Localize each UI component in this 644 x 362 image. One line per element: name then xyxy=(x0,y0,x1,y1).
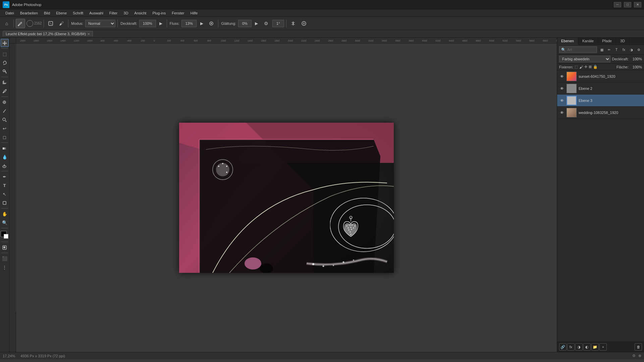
svg-point-105 xyxy=(216,163,229,176)
lock-paint-icon[interactable]: 🖌 xyxy=(579,65,583,69)
tool-shape[interactable] xyxy=(1,199,9,207)
airbrush-button[interactable] xyxy=(207,19,216,28)
glattung-arrow[interactable]: ▶ xyxy=(253,20,260,27)
tool-quick-mask[interactable] xyxy=(1,243,9,251)
tool-separator-8 xyxy=(1,242,8,242)
menu-schrift[interactable]: Schrift xyxy=(70,10,86,16)
toggle-brush-button[interactable]: 🖌 xyxy=(57,19,66,28)
menu-bild[interactable]: Bild xyxy=(41,10,53,16)
lock-position-icon[interactable]: ✛ xyxy=(584,65,587,69)
tool-blur[interactable]: 💧 xyxy=(1,153,9,161)
symmetry-button[interactable] xyxy=(288,19,298,28)
layer-group-button[interactable]: 📁 xyxy=(591,343,599,351)
layer-delete-button[interactable]: 🗑 xyxy=(635,343,642,351)
tool-text[interactable]: T xyxy=(1,181,9,189)
layer-text-icon[interactable]: T xyxy=(613,46,620,53)
canvas-container[interactable] xyxy=(16,44,557,352)
menu-bearbeiten[interactable]: Bearbeiten xyxy=(17,10,41,16)
layer-smart-icon[interactable]: ⚙ xyxy=(635,46,642,53)
deckkraft-input[interactable] xyxy=(139,20,156,27)
layer-visibility-sunset[interactable]: 👁 xyxy=(559,74,565,79)
tab-kanale[interactable]: Kanäle xyxy=(578,38,598,45)
menu-ebene[interactable]: Ebene xyxy=(53,10,69,16)
layer-blend-mode-select[interactable]: Farbig abwedeln Normal Multiplizieren Au… xyxy=(559,56,610,62)
layer-new-button[interactable]: + xyxy=(599,343,607,351)
tool-brush[interactable] xyxy=(1,107,9,115)
settings-button[interactable]: ⚙ xyxy=(262,19,271,28)
tool-select-rect[interactable]: ⬚ xyxy=(1,50,9,58)
lock-all-icon[interactable]: 🔒 xyxy=(593,65,598,69)
tool-lasso[interactable] xyxy=(1,59,9,67)
tool-zoom[interactable]: 🔍 xyxy=(1,219,9,227)
menu-plugins[interactable]: Plug-ins xyxy=(150,10,168,16)
titlebar-controls[interactable]: ─ □ ✕ xyxy=(614,2,641,7)
tool-clone[interactable] xyxy=(1,116,9,124)
fluss-input[interactable] xyxy=(181,20,197,27)
layer-effect-icon[interactable]: fx xyxy=(621,46,627,53)
mode-select[interactable]: Normal Multiplizieren Aufhellen xyxy=(85,20,115,27)
menu-filter[interactable]: Filter xyxy=(107,10,120,16)
tool-path-select[interactable]: ↖ xyxy=(1,190,9,198)
maximize-button[interactable]: □ xyxy=(624,2,631,7)
menu-datei[interactable]: Datei xyxy=(3,10,17,16)
tool-screen-mode[interactable]: ⬛ xyxy=(1,254,9,262)
tool-dodge[interactable] xyxy=(1,162,9,170)
status-zoom-btn[interactable]: ⊕ xyxy=(638,354,641,358)
brush-tool-button[interactable] xyxy=(16,19,25,28)
angle-input[interactable] xyxy=(272,20,284,27)
minimize-button[interactable]: ─ xyxy=(614,2,621,7)
tab-ebenen[interactable]: Ebenen xyxy=(557,38,578,45)
layer-visibility-wedding[interactable]: 👁 xyxy=(559,110,565,115)
home-button[interactable]: ⌂ xyxy=(2,19,11,28)
foreground-color[interactable] xyxy=(1,231,7,237)
tool-magic-wand[interactable] xyxy=(1,67,9,75)
deckkraft-arrow[interactable]: ▶ xyxy=(157,20,165,27)
layer-adjustment-button[interactable]: ◐ xyxy=(583,343,591,351)
close-button[interactable]: ✕ xyxy=(634,2,641,7)
tool-pen[interactable]: ✒ xyxy=(1,173,9,181)
svg-text:2200: 2200 xyxy=(301,40,307,42)
layer-mask-button[interactable]: ◑ xyxy=(575,343,583,351)
glattung-input[interactable] xyxy=(238,20,252,27)
layer-visibility-ebene3[interactable]: 👁 xyxy=(559,98,565,103)
layer-visibility-ebene2[interactable]: 👁 xyxy=(559,86,565,91)
document-tab-close[interactable]: ✕ xyxy=(87,32,90,36)
color-swatches[interactable] xyxy=(1,231,9,239)
layer-edit-icon[interactable]: ✏ xyxy=(606,46,612,53)
menu-fenster[interactable]: Fenster xyxy=(169,10,187,16)
menu-hilfe[interactable]: Hilfe xyxy=(187,10,200,16)
menu-ansicht[interactable]: Ansicht xyxy=(131,10,149,16)
menu-3d[interactable]: 3D xyxy=(121,10,131,16)
tab-3d[interactable]: 3D xyxy=(616,38,629,45)
document-tab[interactable]: Leucht Effekt.psdc bei 17,2% (Ebene 3, R… xyxy=(3,31,93,37)
background-color[interactable] xyxy=(4,234,8,239)
layer-fx-button[interactable]: fx xyxy=(567,343,575,351)
menu-auswahl[interactable]: Auswahl xyxy=(87,10,106,16)
tool-move[interactable] xyxy=(1,39,9,47)
tool-eyedropper[interactable] xyxy=(1,87,9,95)
layer-name-ebene2: Ebene 2 xyxy=(579,86,642,90)
tool-hand[interactable]: ✋ xyxy=(1,210,9,218)
tool-extra[interactable]: ⋮ xyxy=(1,263,9,271)
layer-mask-icon[interactable]: ◑ xyxy=(628,46,635,53)
brush-preset-button[interactable] xyxy=(46,19,55,28)
tool-gradient[interactable] xyxy=(1,144,9,152)
canvas-image[interactable] xyxy=(179,123,394,273)
extra-button[interactable] xyxy=(299,19,309,28)
tool-heal[interactable] xyxy=(1,98,9,106)
layer-item-ebene2[interactable]: 👁 Ebene 2 xyxy=(557,82,644,95)
layer-search-bar[interactable]: 🔍 Art xyxy=(559,46,597,53)
layer-item-wedding[interactable]: 👁 wedding-1083258_1920 xyxy=(557,107,644,119)
layer-item-sunset[interactable]: 👁 sunset-6041750_1920 xyxy=(557,70,644,82)
layer-link-button[interactable]: 🔗 xyxy=(559,343,567,351)
tab-pfade[interactable]: Pfade xyxy=(598,38,616,45)
layer-type-filter[interactable]: ▦ xyxy=(598,46,605,53)
lock-artboard-icon[interactable]: ⊞ xyxy=(589,65,592,69)
layer-item-ebene3[interactable]: 👁 Ebene 3 xyxy=(557,95,644,107)
tool-history-brush[interactable]: ↩ xyxy=(1,124,9,132)
tool-eraser[interactable]: ◻ xyxy=(1,133,9,141)
fluss-arrow[interactable]: ▶ xyxy=(198,20,205,27)
tool-crop[interactable] xyxy=(1,78,9,86)
status-settings-btn[interactable]: ⚙ xyxy=(632,354,636,358)
lock-transparent-icon[interactable]: ⬚ xyxy=(575,65,578,69)
